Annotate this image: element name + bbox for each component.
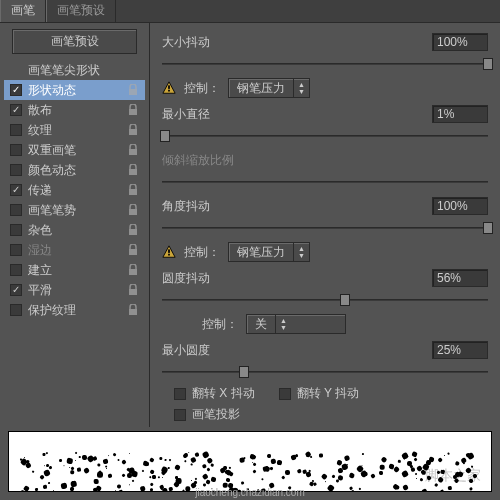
- checkbox-icon[interactable]: [10, 104, 22, 116]
- sidebar-item-11[interactable]: 平滑: [4, 280, 145, 300]
- checkbox-flip-y[interactable]: 翻转 Y 抖动: [279, 385, 359, 402]
- checkbox-brush-projection[interactable]: 画笔投影: [174, 406, 240, 423]
- svg-rect-2: [129, 129, 137, 135]
- sidebar-item-2[interactable]: 散布: [4, 100, 145, 120]
- label-min-diameter: 最小直径: [162, 106, 210, 123]
- input-angle-jitter[interactable]: 100%: [432, 197, 488, 215]
- panel-body: 画笔预设 画笔笔尖形状形状动态散布纹理双重画笔颜色动态传递画笔笔势杂色湿边建立平…: [0, 22, 500, 427]
- settings-content: 大小抖动 100% 控制： 钢笔压力 ▲▼ 最小直径 1% 倾斜缩放比例: [150, 23, 500, 427]
- sidebar-item-5[interactable]: 颜色动态: [4, 160, 145, 180]
- sidebar-item-12[interactable]: 保护纹理: [4, 300, 145, 320]
- tab-brush[interactable]: 画笔: [0, 0, 46, 22]
- label-control-3: 控制：: [202, 316, 238, 333]
- tab-preset[interactable]: 画笔预设: [46, 0, 116, 22]
- svg-rect-11: [129, 309, 137, 315]
- sidebar-item-8[interactable]: 杂色: [4, 220, 145, 240]
- label-tilt-scale: 倾斜缩放比例: [162, 152, 234, 169]
- slider-tilt-scale: [162, 175, 488, 189]
- checkbox-icon[interactable]: [10, 144, 22, 156]
- row-control-1: 控制： 钢笔压力 ▲▼: [162, 77, 488, 99]
- checkbox-icon[interactable]: [10, 124, 22, 136]
- slider-min-roundness[interactable]: [162, 365, 488, 379]
- dropdown-control-1[interactable]: 钢笔压力 ▲▼: [228, 78, 310, 98]
- lock-icon: [127, 124, 139, 136]
- tab-bar: 画笔 画笔预设: [0, 0, 500, 22]
- svg-rect-14: [168, 90, 170, 92]
- sidebar-item-1[interactable]: 形状动态: [4, 80, 145, 100]
- footer-url: jiaocheng.chazidian.com: [0, 487, 500, 498]
- input-roundness-jitter[interactable]: 56%: [432, 269, 488, 287]
- slider-min-diameter[interactable]: [162, 129, 488, 143]
- svg-rect-6: [129, 209, 137, 215]
- row-angle-jitter: 角度抖动 100%: [162, 195, 488, 217]
- checkbox-flip-x[interactable]: 翻转 X 抖动: [174, 385, 255, 402]
- checkbox-icon[interactable]: [10, 204, 22, 216]
- sidebar-label: 传递: [28, 182, 52, 199]
- lock-icon: [127, 84, 139, 96]
- sidebar-label: 杂色: [28, 222, 52, 239]
- svg-rect-3: [129, 149, 137, 155]
- lock-icon: [127, 244, 139, 256]
- dropdown-control-2[interactable]: 钢笔压力 ▲▼: [228, 242, 310, 262]
- sidebar-item-6[interactable]: 传递: [4, 180, 145, 200]
- row-control-2: 控制： 钢笔压力 ▲▼: [162, 241, 488, 263]
- checkbox-icon[interactable]: [10, 244, 22, 256]
- label-angle-jitter: 角度抖动: [162, 198, 210, 215]
- svg-rect-5: [129, 189, 137, 195]
- row-size-jitter: 大小抖动 100%: [162, 31, 488, 53]
- svg-rect-7: [129, 229, 137, 235]
- row-tilt-scale: 倾斜缩放比例: [162, 149, 488, 171]
- input-min-diameter[interactable]: 1%: [432, 105, 488, 123]
- sidebar-item-3[interactable]: 纹理: [4, 120, 145, 140]
- lock-icon: [127, 224, 139, 236]
- sidebar-item-9[interactable]: 湿边: [4, 240, 145, 260]
- stepper-icon: ▲▼: [293, 243, 309, 261]
- row-roundness-jitter: 圆度抖动 56%: [162, 267, 488, 289]
- lock-icon: [127, 304, 139, 316]
- row-control-3: 控制： 关 ▲▼: [162, 313, 488, 335]
- checkbox-icon[interactable]: [10, 264, 22, 276]
- svg-rect-13: [168, 85, 170, 89]
- sidebar-label: 颜色动态: [28, 162, 76, 179]
- slider-angle-jitter[interactable]: [162, 221, 488, 235]
- sidebar-label: 形状动态: [28, 82, 76, 99]
- sidebar-item-7[interactable]: 画笔笔势: [4, 200, 145, 220]
- checkbox-icon[interactable]: [10, 304, 22, 316]
- sidebar: 画笔预设 画笔笔尖形状形状动态散布纹理双重画笔颜色动态传递画笔笔势杂色湿边建立平…: [0, 23, 150, 427]
- stepper-icon: ▲▼: [275, 315, 291, 333]
- stepper-icon: ▲▼: [293, 79, 309, 97]
- svg-rect-16: [168, 249, 170, 253]
- sidebar-label: 散布: [28, 102, 52, 119]
- checkbox-icon[interactable]: [10, 84, 22, 96]
- row-min-roundness: 最小圆度 25%: [162, 339, 488, 361]
- flip-row: 翻转 X 抖动 翻转 Y 抖动: [162, 385, 488, 402]
- row-min-diameter: 最小直径 1%: [162, 103, 488, 125]
- lock-icon: [127, 204, 139, 216]
- brush-preset-button[interactable]: 画笔预设: [12, 29, 137, 54]
- lock-icon: [127, 164, 139, 176]
- dropdown-control-3[interactable]: 关 ▲▼: [246, 314, 346, 334]
- sidebar-label: 湿边: [28, 242, 52, 259]
- svg-rect-0: [129, 89, 137, 95]
- input-size-jitter[interactable]: 100%: [432, 33, 488, 51]
- sidebar-label: 画笔笔尖形状: [28, 62, 100, 79]
- checkbox-icon[interactable]: [10, 284, 22, 296]
- sidebar-item-4[interactable]: 双重画笔: [4, 140, 145, 160]
- lock-icon: [127, 144, 139, 156]
- warning-icon: [162, 245, 176, 259]
- input-min-roundness[interactable]: 25%: [432, 341, 488, 359]
- slider-roundness-jitter[interactable]: [162, 293, 488, 307]
- lock-icon: [127, 284, 139, 296]
- checkbox-icon[interactable]: [10, 164, 22, 176]
- checkbox-icon[interactable]: [10, 224, 22, 236]
- sidebar-item-10[interactable]: 建立: [4, 260, 145, 280]
- sidebar-label: 画笔笔势: [28, 202, 76, 219]
- label-size-jitter: 大小抖动: [162, 34, 210, 51]
- checkbox-icon[interactable]: [10, 184, 22, 196]
- label-control-2: 控制：: [184, 244, 220, 261]
- slider-size-jitter[interactable]: [162, 57, 488, 71]
- label-control-1: 控制：: [184, 80, 220, 97]
- projection-row: 画笔投影: [162, 406, 488, 423]
- sidebar-item-0[interactable]: 画笔笔尖形状: [4, 60, 145, 80]
- lock-icon: [127, 104, 139, 116]
